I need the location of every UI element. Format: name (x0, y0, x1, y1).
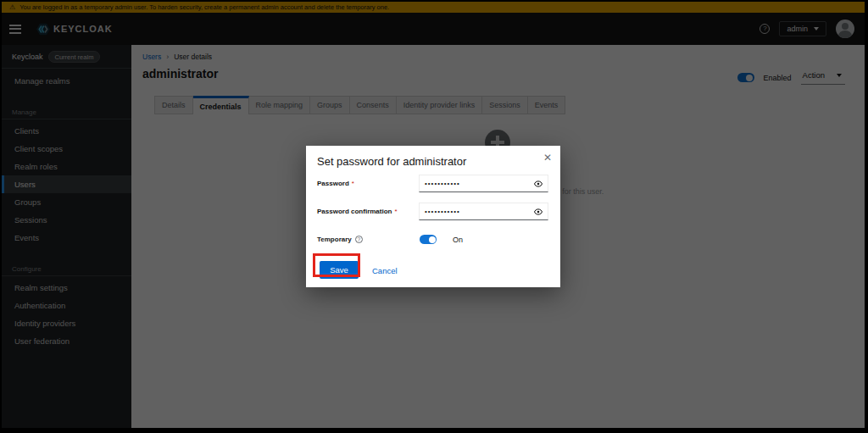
temporary-label: Temporary (317, 236, 352, 243)
temporary-toggle[interactable] (420, 235, 437, 244)
temporary-state-label: On (453, 236, 463, 244)
required-asterisk: * (394, 208, 397, 215)
cancel-link[interactable]: Cancel (372, 266, 398, 275)
show-password-eye-icon[interactable] (529, 208, 548, 215)
app-window: ⚠ You are logged in as a temporary admin… (2, 2, 865, 428)
save-button-annotation (313, 253, 360, 277)
password-confirmation-field[interactable]: ••••••••••• (419, 203, 548, 220)
modal-title: Set password for administrator (317, 155, 466, 168)
password-confirmation-label: Password confirmation (317, 208, 392, 215)
password-field[interactable]: ••••••••••• (419, 175, 548, 192)
password-label: Password (317, 180, 349, 187)
required-asterisk: * (352, 180, 354, 187)
question-circle-icon[interactable]: ? (355, 236, 363, 243)
close-icon[interactable]: ✕ (543, 152, 552, 164)
password-value: ••••••••••• (420, 180, 529, 187)
password-confirmation-value: ••••••••••• (420, 208, 529, 215)
show-password-eye-icon[interactable] (529, 180, 548, 187)
